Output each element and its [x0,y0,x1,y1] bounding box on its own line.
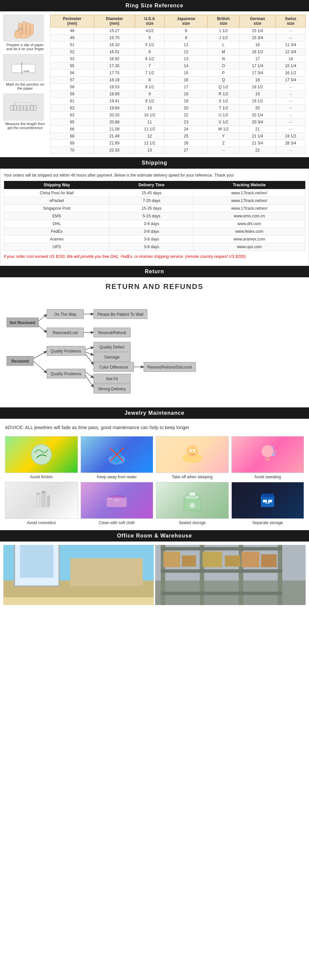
jewelry-item-water: Keep away from water [81,436,153,479]
svg-rect-72 [37,494,40,507]
office-section: Office Room & Warehouse [0,530,309,608]
separate-label: Separate storage [231,520,304,525]
svg-line-23 [38,326,47,332]
col-delivery-time: Delivery Time [110,181,194,189]
table-row: 5316.926 1/213N1714 [51,56,306,62]
svg-rect-74 [47,495,50,507]
table-row: EMS5-15 dayswww.ems.com.cn [4,212,305,220]
return-subtitle: RETURN AND REFUNDS [3,282,306,291]
svg-rect-100 [278,545,282,605]
table-row: China Post Air Mail15-45 dayswww.17track… [4,189,305,197]
return-flow-svg: Not Received On The Way Please Be Patien… [3,298,299,401]
table-row: 5216.51612M16 1/212 3/4 [51,48,306,56]
jewelry-title: Jewelry Maintenance [124,410,184,416]
svg-line-22 [38,314,47,321]
col-tracking: Tracking Website [193,181,305,189]
step-3: Measure the length then get the circumfe… [3,94,47,130]
svg-rect-94 [3,597,154,605]
table-row: 4915.7059J 1/215 3/4··· [51,35,306,41]
svg-rect-85 [261,494,274,497]
table-row: 5116.105 1/211L1611 3/4 [51,41,306,48]
table-row: FedEx3-8 dayswww.fedex.com [4,228,305,235]
svg-line-40 [85,347,94,350]
svg-rect-82 [189,492,196,496]
sleeping-label: Take off when sleeping [156,475,229,479]
svg-text:Quality Problems: Quality Problems [51,372,81,376]
sweat-icon [254,441,281,468]
svg-text:Damage: Damage [104,355,120,360]
table-row: DHL3-8 dayswww.dhl.com [4,220,305,228]
svg-rect-105 [200,570,243,573]
shipping-header-row: Shipping Way Delivery Time Tracking Webs… [4,181,305,189]
svg-rect-112 [203,552,222,567]
svg-rect-101 [161,547,204,550]
cloth-label: Clean with soft cloth [81,520,153,525]
svg-text:Received: Received [11,359,29,364]
svg-point-71 [272,453,275,456]
step-2-image: mark [3,54,43,81]
svg-point-75 [37,493,40,495]
sweating-label: Avoid sweating [231,475,304,479]
table-row: ePacket7-20 dayswww.17track.net/en/ [4,197,305,205]
table-row: 5517.35714O17 1/415 1/4 [51,62,306,70]
svg-point-76 [41,491,46,493]
water-label: Keep away from water [81,475,153,479]
sealed-icon [179,487,205,514]
svg-point-78 [109,498,111,500]
friction-icon [28,441,55,468]
shipping-table: Shipping Way Delivery Time Tracking Webs… [4,181,305,251]
jewelry-img-sealed [156,482,229,519]
col-swiss: Swisssize [276,15,306,27]
svg-rect-110 [164,552,180,567]
col-german: Germansize [239,15,276,27]
step-2: mark Mark on the junction on the paper [3,54,47,90]
cosmetics-icon [28,487,55,514]
jewelry-section: Jewelry Maintenance ADVICE: ALL jewelrie… [0,407,309,530]
svg-text:Quality Problems: Quality Problems [51,349,81,353]
svg-point-67 [193,449,195,452]
table-row: 4815.2741/281 1/215 1/4··· [51,27,306,35]
svg-line-37 [33,361,47,373]
svg-text:Not Fit: Not Fit [106,377,118,381]
sleep-icon [179,441,205,468]
jewelry-img-friction [5,436,78,473]
ring-size-title: Ring Size Reference [126,3,183,8]
step-3-image [3,94,43,121]
shipping-table-body: China Post Air Mail15-45 dayswww.17track… [4,189,305,251]
office-photo-2 [155,545,306,605]
return-header: Return [0,266,309,277]
svg-text:Resend/Refund/Discount: Resend/Refund/Discount [147,365,192,369]
step-3-text: Measure the length then get the circumfe… [3,122,47,130]
svg-rect-6 [14,32,21,38]
svg-rect-115 [261,555,277,567]
jewelry-img-water [81,436,153,473]
step-1-image [3,15,43,41]
svg-rect-3 [26,22,30,35]
svg-rect-107 [239,547,282,550]
svg-rect-4 [30,24,33,35]
jewelry-item-sweating: Avoid sweating [231,436,304,479]
table-row: Singapore Post15-35 dayswww.17track.net/… [4,205,305,212]
ring-size-header: Ring Size Reference [0,0,309,11]
office-title: Office Room & Warehouse [117,533,192,538]
ring-table-container: Perimeter(mm) Diameter(mm) U.S.Asize Jap… [50,15,306,154]
table-row: 6921.8912 1/226Z21 3/428 3/4 [51,140,306,147]
office-content [0,541,309,608]
svg-text:Resend/Refund: Resend/Refund [98,331,126,335]
jewelry-header: Jewelry Maintenance [0,407,309,419]
col-usa: U.S.Asize [135,15,164,27]
jewelry-item-sealed: Sealed storoge [156,482,229,525]
shipping-title: Shipping [142,160,167,165]
svg-line-42 [85,354,94,364]
svg-rect-93 [70,558,143,586]
svg-text:mark: mark [24,70,30,73]
step-1-text: Prepare a slip of paper and tie it on yo… [3,43,47,51]
svg-text:Not Received: Not Received [10,320,35,325]
svg-rect-2 [22,21,26,34]
svg-text:Quality Defect: Quality Defect [99,345,125,350]
step-1: Prepare a slip of paper and tie it on yo… [3,15,47,51]
advice-text: ADVICE: ALL jewelries will fade as time … [5,424,304,431]
jewelry-item-separate: JA Separate storage [231,482,304,525]
svg-rect-106 [200,592,243,595]
svg-text:Returned/Lost: Returned/Lost [53,331,78,335]
